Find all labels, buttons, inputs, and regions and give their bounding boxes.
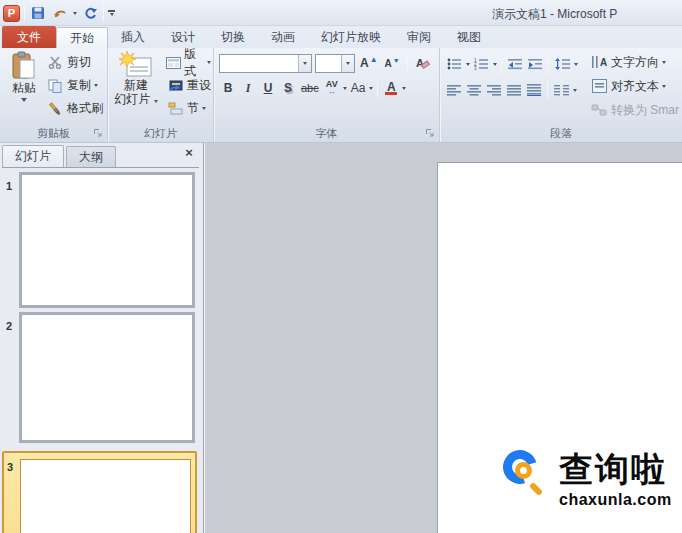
slide-1-thumbnail[interactable] [19, 172, 195, 308]
tab-slideshow[interactable]: 幻灯片放映 [308, 27, 394, 48]
clipboard-group-label: 剪贴板 [0, 126, 107, 140]
tab-view[interactable]: 视图 [444, 27, 494, 48]
clipboard-dialog-launcher-icon[interactable] [92, 127, 104, 139]
text-shadow-button[interactable]: S [279, 78, 297, 98]
pane-tab-slides[interactable]: 幻灯片 [2, 145, 64, 167]
group-paragraph: 123 [440, 48, 682, 142]
tab-review[interactable]: 审阅 [394, 27, 444, 48]
strikethrough-button[interactable]: abc [299, 78, 321, 98]
slide-3-thumbnail-canvas[interactable] [20, 459, 191, 533]
ribbon-tab-row: 文件 开始 插入 设计 切换 动画 幻灯片放映 审阅 视图 [0, 26, 682, 48]
decrease-indent-button[interactable] [506, 54, 524, 74]
font-size-dropdown-icon[interactable] [341, 55, 354, 72]
align-right-button[interactable] [485, 80, 503, 100]
section-dropdown-icon[interactable] [202, 107, 206, 110]
distribute-text-button[interactable] [525, 80, 543, 100]
customize-toolbar-icon[interactable] [108, 10, 115, 16]
layout-button[interactable]: 版式 [164, 51, 213, 74]
text-direction-icon: A [590, 54, 608, 70]
format-painter-button[interactable]: 格式刷 [44, 97, 105, 120]
layout-dropdown-icon[interactable] [207, 61, 211, 64]
increase-indent-button[interactable] [526, 54, 544, 74]
section-icon [166, 101, 184, 117]
slide-3-thumbnail-selected[interactable]: 3 [2, 451, 197, 533]
divider [548, 55, 549, 73]
paragraph-group-label: 段落 [440, 126, 682, 140]
copy-dropdown-icon[interactable] [94, 84, 98, 87]
numbering-button[interactable]: 123 [472, 54, 491, 74]
new-slide-button[interactable]: 新建 幻灯片 [112, 51, 160, 106]
paste-button[interactable]: 粘贴 [4, 51, 44, 102]
pane-tab-strip: 幻灯片 大纲 [2, 146, 199, 168]
close-pane-icon[interactable]: × [181, 144, 197, 160]
reset-icon [166, 78, 184, 94]
group-clipboard: 粘贴 剪切 复制 [0, 48, 108, 142]
group-slides: 新建 幻灯片 版式 重设 [108, 48, 214, 142]
align-left-button[interactable] [445, 80, 463, 100]
layout-icon [166, 55, 181, 71]
font-color-button[interactable]: A [382, 78, 400, 98]
numbering-dropdown-icon[interactable] [493, 63, 497, 66]
justify-button[interactable] [505, 80, 523, 100]
columns-button[interactable] [552, 80, 571, 100]
bold-button[interactable]: B [219, 78, 237, 98]
character-spacing-button[interactable]: AV↔ [323, 78, 341, 98]
underline-button[interactable]: U [259, 78, 277, 98]
ribbon: 粘贴 剪切 复制 [0, 48, 682, 143]
change-case-dropdown-icon[interactable] [369, 87, 373, 90]
title-bar: P 演示文稿1 - Microsoft P [0, 0, 682, 26]
text-direction-dropdown-icon[interactable] [662, 61, 666, 64]
divider [407, 54, 408, 72]
columns-dropdown-icon[interactable] [573, 89, 577, 92]
font-size-combo[interactable] [315, 54, 355, 73]
paste-dropdown-icon[interactable] [21, 98, 27, 102]
watermark-magnifier-handle-icon [529, 482, 543, 496]
slide-2-thumbnail[interactable] [19, 312, 195, 443]
bullets-button[interactable] [445, 54, 464, 74]
pane-tab-outline[interactable]: 大纲 [66, 146, 116, 167]
redo-icon[interactable] [81, 4, 99, 22]
grow-font-button[interactable]: A▲ [358, 53, 380, 73]
line-spacing-button[interactable] [553, 54, 572, 74]
font-name-dropdown-icon[interactable] [298, 55, 311, 72]
watermark-brand: 查询啦 [559, 447, 672, 493]
change-case-button[interactable]: Aa [349, 78, 368, 98]
shrink-font-button[interactable]: A▼ [383, 53, 402, 73]
powerpoint-logo-icon[interactable]: P [3, 5, 20, 22]
save-icon[interactable] [29, 4, 47, 22]
new-slide-dropdown-icon[interactable] [154, 100, 158, 103]
tab-animations[interactable]: 动画 [258, 27, 308, 48]
bullets-dropdown-icon[interactable] [466, 63, 470, 66]
cut-button[interactable]: 剪切 [44, 51, 105, 74]
align-text-button[interactable]: 对齐文本 [590, 76, 679, 96]
font-dialog-launcher-icon[interactable] [424, 127, 436, 139]
smartart-icon [590, 102, 608, 118]
slide-2-number: 2 [6, 320, 18, 332]
font-name-combo[interactable] [219, 54, 312, 73]
line-spacing-dropdown-icon[interactable] [574, 63, 578, 66]
copy-button[interactable]: 复制 [44, 74, 105, 97]
align-center-button[interactable] [465, 80, 483, 100]
clear-formatting-button[interactable]: A [413, 53, 432, 73]
convert-smartart-button[interactable]: 转换为 Smar [590, 100, 679, 120]
undo-dropdown-icon[interactable] [73, 12, 77, 15]
powerpoint-window: P 演示文稿1 - Microsoft P 文件 开始 插入 设计 切换 动画 [0, 0, 682, 533]
new-slide-icon [119, 51, 153, 78]
align-text-dropdown-icon[interactable] [662, 85, 666, 88]
format-painter-icon [46, 101, 64, 117]
copy-icon [46, 78, 64, 94]
undo-icon[interactable] [51, 4, 69, 22]
tab-insert[interactable]: 插入 [108, 27, 158, 48]
font-color-dropdown-icon[interactable] [402, 87, 406, 90]
window-title: 演示文稿1 - Microsoft P [492, 6, 617, 23]
text-direction-button[interactable]: A 文字方向 [590, 52, 679, 72]
tab-home[interactable]: 开始 [56, 27, 108, 48]
tab-transitions[interactable]: 切换 [208, 27, 258, 48]
watermark-magnifier-icon [515, 462, 532, 479]
italic-button[interactable]: I [239, 78, 257, 98]
divider [501, 55, 502, 73]
section-button[interactable]: 节 [164, 97, 213, 120]
character-spacing-dropdown-icon[interactable] [343, 87, 347, 90]
tab-file[interactable]: 文件 [2, 26, 56, 48]
reset-button[interactable]: 重设 [164, 74, 213, 97]
